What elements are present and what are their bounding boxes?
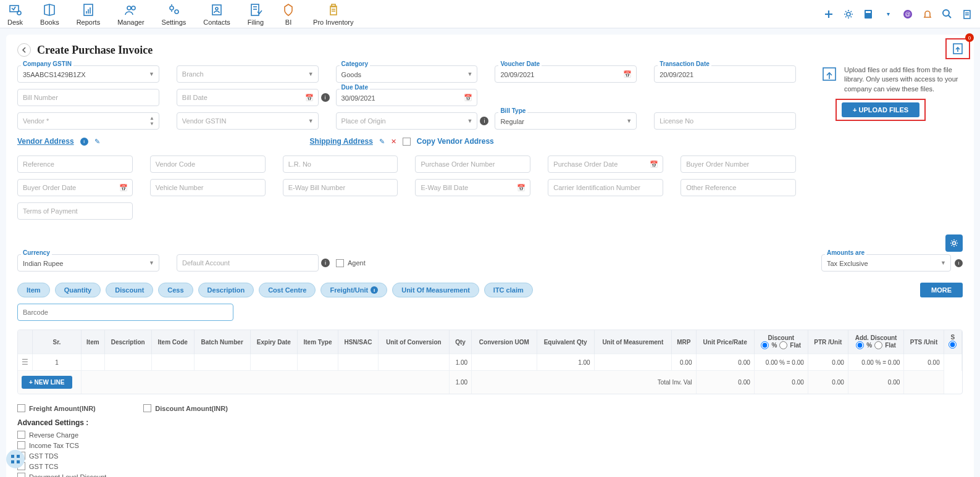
category-field[interactable]: Category Goods ▼: [336, 65, 478, 83]
dropdown-menu-icon[interactable]: ▾: [882, 9, 894, 20]
plus-icon[interactable]: [823, 9, 834, 20]
delete-icon[interactable]: ✕: [391, 138, 396, 146]
default-account-field[interactable]: i: [177, 254, 319, 272]
nav-settings[interactable]: Settings: [162, 2, 186, 26]
info-icon[interactable]: i: [321, 93, 330, 102]
discount-flat-radio[interactable]: [779, 341, 787, 349]
buyer-order-no-field[interactable]: [681, 156, 796, 173]
vendor-address-link[interactable]: Vendor Address: [17, 137, 74, 146]
vendor-gstin-field[interactable]: ▼: [177, 112, 319, 130]
gear-icon[interactable]: [843, 9, 854, 20]
clipboard-icon[interactable]: [961, 9, 973, 20]
svg-text:@: @: [905, 11, 910, 17]
svg-rect-39: [11, 460, 14, 463]
pill-itc[interactable]: ITC claim: [484, 283, 533, 297]
discount-amount-checkbox[interactable]: [143, 404, 151, 412]
po-number-field[interactable]: [415, 156, 530, 173]
branch-field[interactable]: ▼: [177, 65, 319, 83]
discount-pct-radio[interactable]: [761, 341, 769, 349]
new-line-button[interactable]: + NEW LINE: [22, 376, 72, 389]
currency-field[interactable]: Currency Indian Rupee ▼: [17, 254, 159, 272]
table-row[interactable]: ☰ 1 1.00 1.00 0.00 0.00 0.00 % = 0.00 0.…: [18, 354, 962, 371]
carrier-id-field[interactable]: [548, 179, 663, 196]
doc-discount-checkbox[interactable]: [17, 473, 25, 477]
info-icon[interactable]: i: [80, 138, 88, 146]
upload-files-button[interactable]: + UPLOAD FILES: [842, 102, 919, 117]
svg-point-7: [127, 6, 131, 10]
pill-description[interactable]: Description: [198, 283, 254, 297]
voucher-date-field[interactable]: Voucher Date 20/09/2021 📅: [495, 65, 637, 83]
app-launcher-button[interactable]: [6, 450, 25, 468]
upload-file-icon: [951, 42, 965, 56]
pill-uom[interactable]: Unit Of Measurement: [392, 283, 479, 297]
nav-contacts[interactable]: Contacts: [203, 2, 230, 26]
pill-cess[interactable]: Cess: [158, 283, 193, 297]
transaction-date-field[interactable]: Transaction Date 20/09/2021: [654, 65, 796, 83]
buyer-order-date-field[interactable]: 📅: [17, 179, 133, 196]
add-discount-pct-radio[interactable]: [856, 341, 864, 349]
nav-books[interactable]: Books: [40, 2, 59, 26]
bill-type-field[interactable]: Bill TypeRegular▼: [495, 112, 637, 130]
shipping-address-link[interactable]: Shipping Address: [310, 137, 373, 146]
attachment-icon-box[interactable]: 0: [945, 38, 970, 59]
nav-manager[interactable]: Manager: [117, 2, 144, 26]
due-date-field[interactable]: Due Date30/09/2021📅: [336, 89, 478, 106]
more-button[interactable]: MORE: [920, 283, 963, 297]
info-icon[interactable]: i: [321, 259, 330, 267]
pill-item[interactable]: Item: [17, 283, 50, 297]
th-add-discount: Add. Discount % Flat: [848, 330, 904, 354]
license-field[interactable]: [654, 112, 796, 130]
nav-filing[interactable]: Filing: [248, 2, 264, 26]
income-tax-tcs-checkbox[interactable]: [17, 441, 25, 449]
search-icon[interactable]: [942, 9, 953, 20]
copy-address-checkbox[interactable]: [403, 138, 411, 146]
back-button[interactable]: [17, 43, 31, 57]
table-settings-button[interactable]: [945, 234, 963, 252]
vehicle-number-field[interactable]: [150, 179, 266, 196]
attachment-count-badge: 0: [965, 33, 974, 42]
upload-button-highlight: + UPLOAD FILES: [836, 99, 926, 121]
at-icon[interactable]: @: [902, 9, 913, 20]
column-pills-row: Item Quantity Discount Cess Description …: [17, 283, 963, 297]
po-date-field[interactable]: 📅: [548, 156, 663, 173]
pill-cost-centre[interactable]: Cost Centre: [259, 283, 316, 297]
vendor-field[interactable]: ▲▼: [17, 112, 159, 130]
th-expiry: Expiry Date: [250, 330, 297, 354]
calculator-icon[interactable]: [863, 9, 874, 20]
nav-bi[interactable]: BI: [281, 2, 296, 26]
pill-quantity[interactable]: Quantity: [55, 283, 101, 297]
pill-freight[interactable]: Freight/Uniti: [320, 283, 387, 297]
bell-icon[interactable]: [922, 9, 933, 20]
nav-desk[interactable]: Desk: [7, 2, 23, 26]
freight-checkbox[interactable]: [17, 404, 25, 412]
add-discount-flat-radio[interactable]: [874, 341, 882, 349]
place-origin-field[interactable]: ▼i: [336, 112, 478, 130]
s-radio[interactable]: [949, 341, 957, 349]
eway-bill-field[interactable]: [283, 179, 398, 196]
svg-rect-24: [866, 11, 871, 13]
lr-no-field[interactable]: [283, 156, 398, 173]
info-icon[interactable]: i: [955, 259, 963, 267]
other-reference-field[interactable]: [681, 179, 796, 196]
info-icon[interactable]: i: [480, 117, 488, 125]
nav-reports[interactable]: Reports: [77, 2, 101, 26]
bill-number-field[interactable]: [17, 89, 159, 106]
barcode-input[interactable]: [17, 304, 233, 321]
nav-pro-inventory[interactable]: Pro Inventory: [313, 2, 353, 26]
svg-rect-16: [330, 6, 337, 15]
agent-checkbox[interactable]: [336, 259, 344, 267]
reference-field[interactable]: [17, 156, 133, 173]
th-rate: Unit Price/Rate: [696, 330, 754, 354]
pill-discount[interactable]: Discount: [106, 283, 153, 297]
vendor-code-field[interactable]: [150, 156, 266, 173]
amounts-are-field[interactable]: Amounts are Tax Exclusive ▼: [821, 254, 951, 272]
edit-icon[interactable]: ✎: [94, 138, 100, 146]
bill-date-field[interactable]: 📅i: [177, 89, 319, 106]
eway-bill-date-field[interactable]: 📅: [415, 179, 530, 196]
svg-point-10: [175, 10, 178, 14]
terms-field[interactable]: [17, 202, 133, 220]
drag-handle-icon[interactable]: ☰: [22, 358, 28, 367]
reverse-charge-checkbox[interactable]: [17, 431, 25, 439]
company-gstin-field[interactable]: Company GSTIN 35AABCS1429B1ZX ▼: [17, 65, 159, 83]
edit-icon[interactable]: ✎: [379, 138, 385, 146]
